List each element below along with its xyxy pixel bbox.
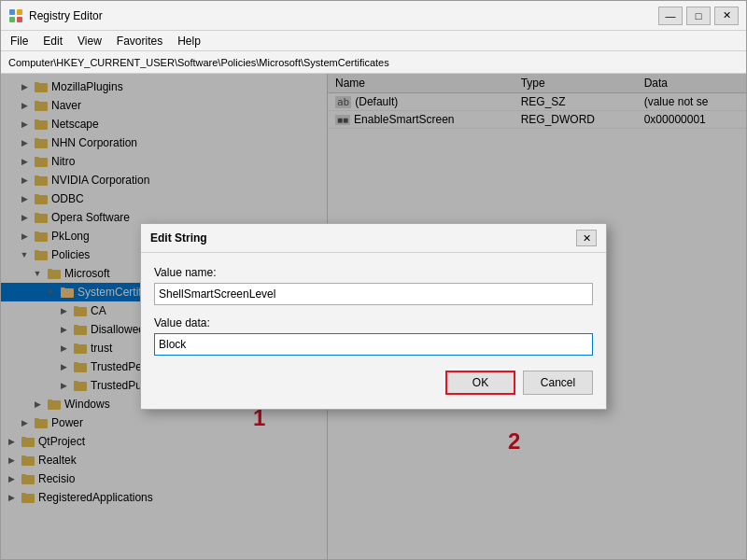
menu-favorites[interactable]: Favorites [111, 33, 168, 49]
window-title: Registry Editor [29, 9, 103, 22]
menu-file[interactable]: File [5, 33, 34, 49]
title-bar: Registry Editor — □ ✕ [1, 1, 746, 31]
dialog-buttons: OK Cancel [154, 371, 593, 395]
address-path: Computer\HKEY_CURRENT_USER\Software\Poli… [8, 57, 389, 68]
address-bar: Computer\HKEY_CURRENT_USER\Software\Poli… [1, 51, 746, 74]
svg-rect-0 [9, 9, 15, 15]
value-data-label: Value data: [154, 316, 593, 329]
value-data-group: Value data: [154, 316, 593, 356]
cancel-button[interactable]: Cancel [523, 371, 593, 395]
dialog-title: Edit String [150, 231, 207, 245]
value-name-group: Value name: [154, 266, 593, 305]
main-content: ▶ MozillaPlugins ▶ Naver ▶ Ne [1, 74, 746, 559]
svg-rect-2 [9, 17, 15, 22]
minimize-button[interactable]: — [658, 7, 683, 25]
registry-editor-window: Registry Editor — □ ✕ File Edit View Fav… [0, 0, 747, 560]
menu-help[interactable]: Help [172, 33, 206, 49]
value-name-input[interactable] [154, 283, 593, 305]
svg-rect-3 [17, 17, 22, 22]
app-icon [8, 8, 23, 23]
modal-overlay: Edit String ✕ Value name: Value data: OK [1, 74, 746, 559]
svg-rect-1 [17, 9, 22, 15]
menu-edit[interactable]: Edit [37, 33, 68, 49]
dialog-body: Value name: Value data: OK Cancel [141, 253, 606, 408]
title-bar-left: Registry Editor [8, 8, 103, 23]
menu-view[interactable]: View [72, 33, 107, 49]
dialog-close-button[interactable]: ✕ [576, 230, 597, 246]
edit-string-dialog: Edit String ✕ Value name: Value data: OK [140, 223, 607, 410]
menu-bar: File Edit View Favorites Help [1, 31, 746, 51]
value-name-label: Value name: [154, 266, 593, 279]
close-button[interactable]: ✕ [714, 7, 739, 25]
dialog-title-bar: Edit String ✕ [141, 224, 606, 253]
ok-button[interactable]: OK [445, 371, 515, 395]
window-controls: — □ ✕ [658, 7, 739, 25]
maximize-button[interactable]: □ [686, 7, 711, 25]
value-data-input[interactable] [154, 333, 593, 356]
